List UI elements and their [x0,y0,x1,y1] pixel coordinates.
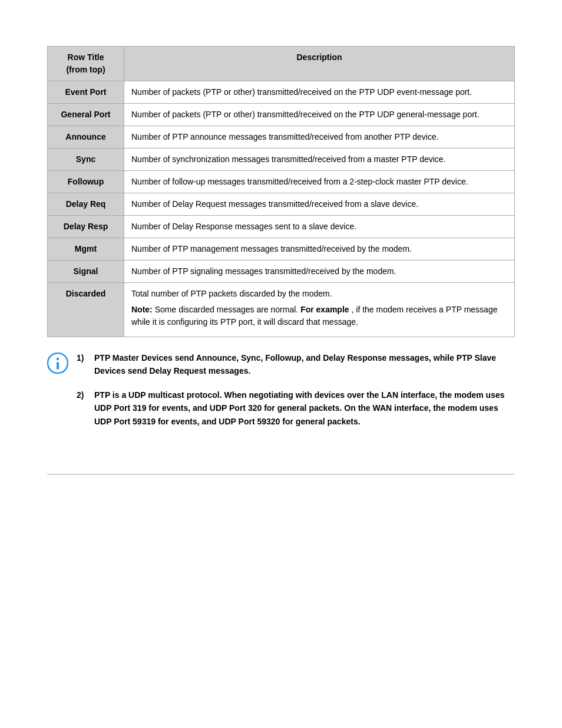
note-box: 1)PTP Master Devices send Announce, Sync… [47,351,515,439]
row-description: Number of synchronization messages trans… [124,149,515,171]
row-description: Number of packets (PTP or other) transmi… [124,81,515,104]
table-row: Discarded Total number of PTP packets di… [48,283,515,337]
row-description: Number of packets (PTP or other) transmi… [124,104,515,126]
row-description: Number of Delay Request messages transmi… [124,193,515,216]
note-item: 1)PTP Master Devices send Announce, Sync… [77,351,515,378]
row-description: Number of PTP management messages transm… [124,238,515,261]
row-discarded-desc: Total number of PTP packets discarded by… [124,283,515,337]
note-number: 2) [77,388,88,428]
table-header-col1: Row Title(from top) [48,47,124,81]
table-row: Delay RespNumber of Delay Response messa… [48,216,515,238]
table-row: Event PortNumber of packets (PTP or othe… [48,81,515,104]
row-title: Delay Req [48,193,124,216]
row-description: Number of follow-up messages transmitted… [124,171,515,193]
svg-point-1 [57,358,59,360]
discarded-line1: Total number of PTP packets discarded by… [131,288,507,300]
note-item: 2)PTP is a UDP multicast protocol. When … [77,388,515,428]
note-text: PTP is a UDP multicast protocol. When ne… [94,388,515,428]
row-title: Announce [48,126,124,149]
row-description: Number of PTP announce messages transmit… [124,126,515,149]
note-number: 1) [77,351,88,378]
table-row: FollowupNumber of follow-up messages tra… [48,171,515,193]
table-row: SyncNumber of synchronization messages t… [48,149,515,171]
row-description: Number of Delay Response messages sent t… [124,216,515,238]
notes-list: 1)PTP Master Devices send Announce, Sync… [77,351,515,439]
bottom-rule [47,474,515,475]
table-row: SignalNumber of PTP signaling messages t… [48,261,515,283]
table-row: Delay ReqNumber of Delay Request message… [48,193,515,216]
row-title: General Port [48,104,124,126]
note-text: PTP Master Devices send Announce, Sync, … [94,351,515,378]
row-title: Event Port [48,81,124,104]
table-row: AnnounceNumber of PTP announce messages … [48,126,515,149]
note-label: Note: [131,305,153,314]
table-row: MgmtNumber of PTP management messages tr… [48,238,515,261]
row-discarded-title: Discarded [48,283,124,337]
svg-rect-2 [57,362,59,370]
row-title: Mgmt [48,238,124,261]
info-icon [47,353,68,374]
table-row: General PortNumber of packets (PTP or ot… [48,104,515,126]
row-title: Sync [48,149,124,171]
row-title: Delay Resp [48,216,124,238]
table-header-col2: Description [124,47,515,81]
row-description: Number of PTP signaling messages transmi… [124,261,515,283]
note-text-body: Some discarded messages are normal. [155,305,300,314]
example-label: For example [300,305,349,314]
row-title: Followup [48,171,124,193]
row-title: Signal [48,261,124,283]
statistics-table: Row Title(from top) Description Event Po… [47,46,515,337]
discarded-note: Note: Some discarded messages are normal… [131,304,507,328]
